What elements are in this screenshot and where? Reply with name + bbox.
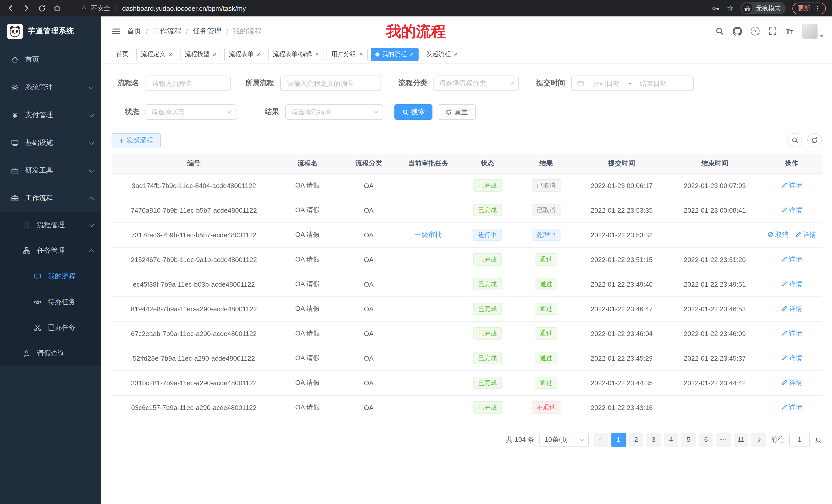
result-badge: 已取消	[532, 179, 561, 192]
more-pages-button[interactable]: •••	[716, 432, 731, 447]
tab-close-icon[interactable]: ×	[359, 51, 363, 58]
tab-process-definition[interactable]: 流程定义×	[136, 48, 177, 61]
sidebar-item-todo-tasks[interactable]: 待办任务	[0, 289, 101, 315]
bookmark-star-icon[interactable]: ☆	[727, 4, 734, 13]
breadcrumb-workflow[interactable]: 工作流程	[153, 26, 182, 36]
next-page-button[interactable]	[751, 432, 766, 447]
fullscreen-icon[interactable]	[768, 27, 777, 35]
goto-page-input[interactable]	[789, 432, 810, 447]
user-menu[interactable]	[802, 23, 824, 39]
tab-home[interactable]: 首页	[111, 48, 133, 61]
end-date-input[interactable]	[634, 79, 672, 87]
sidebar-item-system[interactable]: 系统管理	[0, 74, 101, 101]
process-def-input[interactable]	[280, 76, 381, 91]
page-button-4[interactable]: 4	[664, 432, 678, 447]
tab-close-icon[interactable]: ×	[257, 51, 260, 58]
page-button-2[interactable]: 2	[629, 432, 643, 447]
search-button[interactable]: 搜索	[394, 104, 433, 120]
status-select[interactable]: 请选择状态	[146, 104, 236, 120]
detail-button[interactable]: 详情	[781, 205, 802, 215]
result-select[interactable]: 请选择流结果	[285, 104, 383, 120]
list-icon	[23, 221, 31, 229]
detail-button[interactable]: 详情	[781, 279, 802, 289]
detail-button[interactable]: 详情	[781, 255, 802, 264]
reload-icon[interactable]	[37, 4, 46, 13]
sidebar-item-leave-query[interactable]: 请假查询	[0, 341, 101, 366]
page-button-11[interactable]: 11	[734, 432, 748, 447]
start-date-input[interactable]	[587, 79, 625, 87]
update-button[interactable]: 更新 ⋮	[792, 2, 826, 14]
show-search-icon[interactable]	[788, 133, 802, 147]
sidebar-item-devtools[interactable]: 研发工具	[0, 157, 101, 185]
refresh-icon[interactable]	[807, 133, 822, 147]
forward-icon[interactable]	[22, 4, 31, 13]
incognito-label: 无痕模式	[756, 4, 781, 12]
category-select[interactable]: 请选择流程分类	[434, 76, 519, 91]
prev-page-button[interactable]	[594, 432, 608, 447]
process-name: OA 请假	[295, 403, 319, 411]
tab-start-process[interactable]: 发起流程×	[421, 48, 462, 61]
date-range-picker[interactable]: -	[571, 76, 694, 91]
help-icon[interactable]: ?	[751, 27, 759, 35]
tab-close-icon[interactable]: ×	[169, 51, 173, 58]
tab-user-group[interactable]: 用户分组×	[327, 48, 368, 61]
font-size-icon[interactable]: TT	[785, 27, 794, 35]
result-badge: 已取消	[532, 204, 561, 216]
detail-button[interactable]: 详情	[781, 304, 802, 313]
tab-close-icon[interactable]: ×	[213, 51, 216, 58]
home-icon[interactable]	[52, 4, 62, 13]
github-icon[interactable]	[732, 26, 742, 36]
breadcrumb-task-management[interactable]: 任务管理	[193, 26, 222, 36]
cancel-button[interactable]: 取消	[767, 230, 788, 240]
row-actions: 详情	[761, 173, 822, 198]
tab-close-icon[interactable]: ×	[454, 51, 458, 58]
detail-button[interactable]: 详情	[781, 378, 802, 387]
tab-process-model[interactable]: 流程模型×	[180, 48, 221, 61]
breadcrumb-home[interactable]: 首页	[127, 26, 141, 36]
browser-menu-icon[interactable]: ⋮	[814, 4, 821, 12]
sidebar-item-home[interactable]: 首页	[0, 46, 101, 74]
back-icon[interactable]	[6, 4, 16, 13]
detail-button[interactable]: 详情	[781, 354, 802, 363]
process-name-input[interactable]	[146, 76, 231, 91]
key-icon[interactable]	[711, 4, 720, 13]
tab-process-form-edit[interactable]: 流程表单-编辑×	[268, 48, 324, 61]
detail-button[interactable]: 详情	[795, 230, 816, 240]
sidebar: 芋道管理系统 首页 系统管理 ¥ 支付管理 基础设施	[0, 17, 101, 504]
sidebar-item-process-management[interactable]: 流程管理	[0, 212, 101, 238]
tab-my-process[interactable]: 我的流程×	[371, 48, 418, 61]
status-badge: 已完成	[473, 401, 502, 414]
sidebar-item-infrastructure[interactable]: 基础设施	[0, 129, 101, 157]
sidebar-item-done-tasks[interactable]: 已办任务	[0, 315, 101, 341]
sidebar-item-task-management[interactable]: 任务管理	[0, 238, 101, 263]
process-name: OA 请假	[295, 329, 319, 337]
page-size-select[interactable]: 10条/页	[539, 432, 589, 447]
sidebar-item-workflow[interactable]: 工作流程	[0, 185, 101, 212]
tab-close-icon[interactable]: ×	[410, 51, 414, 58]
current-task-link[interactable]: 一级审批	[415, 231, 442, 239]
detail-button[interactable]: 详情	[781, 403, 802, 412]
address-bar[interactable]: ⚠ 不安全 | dashboard.yudao.iocoder.cn/bpm/t…	[68, 4, 705, 12]
tab-close-icon[interactable]: ×	[315, 51, 319, 58]
search-icon[interactable]	[715, 27, 724, 35]
page-button-3[interactable]: 3	[646, 432, 661, 447]
page-button-5[interactable]: 5	[681, 432, 696, 447]
table-row: 3ad174fb-7b9d-11ec-8404-acde48001122 OA …	[111, 173, 822, 198]
reset-button[interactable]: 重置	[438, 104, 476, 120]
page-button-6[interactable]: 6	[699, 432, 713, 447]
sidebar-item-payment[interactable]: ¥ 支付管理	[0, 101, 101, 129]
page-button-1[interactable]: 1	[612, 432, 626, 447]
sidebar-item-label: 工作流程	[25, 194, 53, 203]
hamburger-icon[interactable]	[111, 26, 121, 36]
process-category: OA	[364, 379, 373, 387]
detail-button[interactable]: 详情	[781, 181, 802, 190]
table-row: 03c6c157-7b9a-11ec-a290-acde48001122 OA …	[111, 395, 822, 420]
detail-button[interactable]: 详情	[781, 329, 802, 338]
update-label: 更新	[798, 4, 810, 12]
tag-view-bar: 首页 流程定义× 流程模型× 流程表单× 流程表单-编辑× 用户分组× 我的流程…	[101, 46, 832, 63]
sidebar-item-my-process[interactable]: 我的流程	[0, 263, 101, 289]
tab-process-form[interactable]: 流程表单×	[224, 48, 265, 61]
avatar[interactable]	[802, 23, 817, 39]
start-process-button[interactable]: + 发起流程	[111, 133, 161, 147]
process-name: OA 请假	[295, 206, 319, 214]
